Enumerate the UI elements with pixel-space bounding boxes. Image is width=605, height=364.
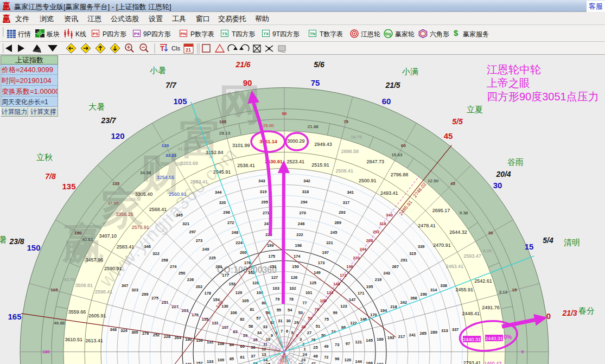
svg-text:30: 30 (286, 318, 290, 323)
svg-text:81: 81 (250, 307, 254, 312)
svg-text:28.13: 28.13 (219, 131, 231, 136)
svg-text:96: 96 (335, 356, 339, 361)
svg-text:3508.81: 3508.81 (75, 283, 93, 288)
svg-text:222: 222 (296, 232, 303, 237)
svg-text:23/8: 23/8 (9, 237, 24, 246)
svg-text:178: 178 (205, 291, 212, 296)
svg-text:37.50: 37.50 (107, 201, 119, 206)
svg-text:45: 45 (450, 181, 455, 186)
svg-text:2613.41: 2613.41 (85, 338, 103, 343)
svg-text:2598.41: 2598.41 (95, 289, 113, 295)
svg-text:3.13: 3.13 (499, 290, 508, 295)
svg-text:125: 125 (310, 280, 317, 285)
svg-text:272: 272 (227, 220, 234, 225)
svg-text:3101.99: 3101.99 (232, 143, 250, 148)
svg-text:5/6: 5/6 (314, 60, 324, 69)
svg-text:169: 169 (377, 337, 384, 342)
svg-text:103: 103 (272, 286, 279, 291)
svg-text:60: 60 (382, 97, 391, 106)
svg-text:2796.88: 2796.88 (391, 172, 409, 177)
svg-text:31: 31 (278, 318, 282, 323)
svg-text:151: 151 (270, 264, 277, 269)
svg-text:246: 246 (298, 221, 305, 226)
svg-text:2695.17: 2695.17 (432, 208, 450, 213)
svg-text:53: 53 (298, 310, 303, 315)
svg-text:2440.31: 2440.31 (485, 336, 503, 341)
svg-text:174: 174 (294, 254, 301, 259)
svg-text:12.50: 12.50 (428, 178, 439, 183)
svg-text:2478.41: 2478.41 (418, 223, 436, 228)
svg-text:318: 318 (302, 189, 309, 194)
svg-text:2949.43: 2949.43 (314, 142, 332, 147)
svg-text:75: 75 (343, 119, 348, 124)
svg-text:27: 27 (307, 330, 311, 335)
svg-text:21/6: 21/6 (235, 60, 250, 69)
svg-text:33.33: 33.33 (165, 153, 177, 158)
svg-text:266: 266 (410, 296, 417, 301)
svg-text:30: 30 (488, 231, 493, 235)
svg-text:3356.25: 3356.25 (116, 212, 133, 217)
svg-text:294: 294 (301, 200, 308, 205)
svg-text:225: 225 (209, 256, 216, 260)
svg-text:2575.91: 2575.91 (131, 225, 149, 230)
svg-text:21/5: 21/5 (385, 81, 400, 90)
svg-text:105: 105 (219, 119, 227, 124)
svg-text:181: 181 (185, 362, 192, 364)
svg-text:立夏: 立夏 (467, 105, 483, 114)
svg-text:51: 51 (316, 324, 320, 329)
svg-text:144: 144 (355, 359, 362, 364)
svg-text:291: 291 (400, 258, 407, 263)
svg-text:34: 34 (257, 330, 262, 335)
svg-text:2553.41: 2553.41 (190, 179, 208, 184)
svg-text:99: 99 (333, 310, 337, 315)
svg-text:199: 199 (267, 243, 274, 248)
svg-text:299: 299 (142, 292, 149, 297)
svg-text:2493.41: 2493.41 (380, 190, 398, 196)
svg-text:150: 150 (292, 264, 299, 269)
svg-text:Cls: Cls (171, 45, 180, 52)
svg-text:180: 180 (42, 349, 50, 354)
svg-text:72: 72 (324, 355, 328, 360)
svg-text:342: 342 (303, 178, 310, 183)
svg-text:2538.41: 2538.41 (237, 163, 255, 168)
svg-text:21: 21 (186, 47, 191, 53)
svg-text:265: 265 (420, 331, 427, 336)
svg-text:348: 348 (110, 327, 117, 332)
svg-text:55: 55 (277, 308, 281, 312)
svg-text:2440.31: 2440.31 (463, 337, 481, 342)
svg-text:9.38: 9.38 (460, 210, 468, 215)
svg-text:2605.91: 2605.91 (88, 313, 106, 318)
svg-text:22: 22 (298, 362, 303, 364)
svg-text:120: 120 (345, 357, 352, 362)
svg-text:20/4: 20/4 (495, 170, 511, 178)
svg-text:78: 78 (289, 297, 294, 302)
svg-text:四方形90度3051点压力: 四方形90度3051点压力 (487, 91, 599, 103)
svg-text:155: 155 (202, 317, 209, 322)
svg-text:49: 49 (324, 344, 328, 349)
svg-text:129: 129 (235, 290, 243, 295)
svg-text:273: 273 (196, 238, 203, 243)
svg-text:79: 79 (275, 297, 279, 302)
svg-text:3457.96: 3457.96 (86, 257, 104, 263)
svg-text:0: 0 (521, 349, 524, 354)
svg-text:2583.41: 2583.41 (117, 244, 135, 250)
svg-text:323: 323 (131, 288, 138, 292)
svg-text:201: 201 (215, 264, 222, 269)
svg-text:298: 298 (161, 258, 168, 263)
svg-text:75: 75 (324, 317, 329, 322)
svg-text:37: 37 (251, 354, 255, 359)
svg-text:177: 177 (222, 273, 229, 278)
svg-text:226: 226 (187, 277, 194, 282)
svg-text:289: 289 (430, 330, 437, 335)
svg-text:1460.43: 1460.43 (484, 361, 502, 364)
svg-text:320: 320 (219, 200, 226, 205)
svg-text:292: 292 (373, 229, 380, 234)
svg-text:242: 242 (400, 300, 407, 305)
svg-text:90: 90 (282, 111, 287, 116)
svg-text:274: 274 (170, 264, 177, 269)
svg-text:18.75: 18.75 (351, 135, 362, 139)
svg-text:341: 341 (347, 190, 354, 195)
svg-text:245: 245 (330, 230, 337, 235)
svg-text:25.00: 25.00 (263, 123, 275, 128)
svg-text:77: 77 (302, 301, 307, 305)
